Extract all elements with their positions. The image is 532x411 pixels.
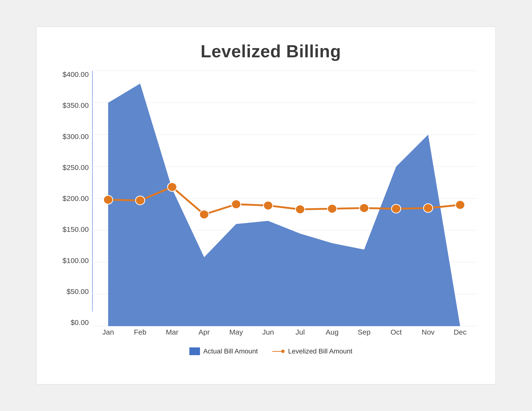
levelized-dot [104, 195, 113, 204]
legend-levelized-icon [272, 350, 285, 353]
y-axis-label: $200.00 [63, 195, 89, 202]
x-axis-label: Dec [444, 328, 476, 336]
levelized-dot [360, 204, 369, 212]
x-axis-label: Apr [188, 328, 220, 336]
x-axis-label: Mar [156, 328, 188, 336]
y-axis: $0.00$50.00$100.00$150.00$200.00$250.00$… [66, 71, 92, 341]
levelized-dot [264, 201, 273, 210]
legend: Actual Bill Amount Levelized Bill Amount [66, 347, 476, 355]
x-axis-label: May [220, 328, 252, 336]
levelized-dot [135, 196, 145, 205]
legend-actual-color [189, 347, 200, 355]
x-axis-label: Nov [412, 328, 444, 336]
legend-item-actual: Actual Bill Amount [189, 347, 258, 355]
x-axis-label: Jan [92, 328, 124, 336]
y-axis-label: $150.00 [63, 226, 89, 233]
x-axis-label: Oct [380, 328, 412, 336]
levelized-dot [200, 210, 209, 219]
x-axis-label: Jul [284, 328, 316, 336]
y-axis-label: $300.00 [63, 133, 89, 140]
chart-svg [92, 71, 476, 326]
levelized-dot [168, 183, 177, 191]
y-axis-label: $250.00 [63, 164, 89, 171]
levelized-dot [456, 200, 465, 209]
levelized-dot [327, 204, 337, 213]
chart-area: $0.00$50.00$100.00$150.00$200.00$250.00$… [66, 71, 476, 341]
levelized-dot [231, 200, 241, 209]
y-axis-label: $400.00 [63, 71, 89, 78]
levelized-dot [423, 204, 433, 212]
x-axis-labels: JanFebMarAprMayJunJulAugSepOctNovDec [92, 326, 476, 341]
plot-area: JanFebMarAprMayJunJulAugSepOctNovDec [92, 71, 476, 341]
levelized-dot [295, 205, 305, 214]
levelized-dot [391, 204, 401, 213]
x-axis-label: Aug [316, 328, 348, 336]
legend-levelized-label: Levelized Bill Amount [288, 347, 352, 355]
y-axis-label: $50.00 [66, 288, 89, 295]
x-axis-label: Sep [348, 328, 380, 336]
x-axis-label: Jun [252, 328, 284, 336]
y-axis-label: $0.00 [71, 319, 89, 326]
legend-actual-label: Actual Bill Amount [203, 347, 258, 355]
chart-container: Levelized Billing $0.00$50.00$100.00$150… [36, 27, 496, 384]
legend-levelized-dot [281, 350, 285, 353]
chart-title: Levelized Billing [66, 41, 476, 61]
y-axis-label: $100.00 [63, 257, 89, 264]
grid-and-chart [92, 71, 476, 326]
actual-area [108, 84, 460, 326]
x-axis-label: Feb [124, 328, 156, 336]
y-axis-label: $350.00 [63, 102, 89, 109]
legend-item-levelized: Levelized Bill Amount [272, 347, 352, 355]
